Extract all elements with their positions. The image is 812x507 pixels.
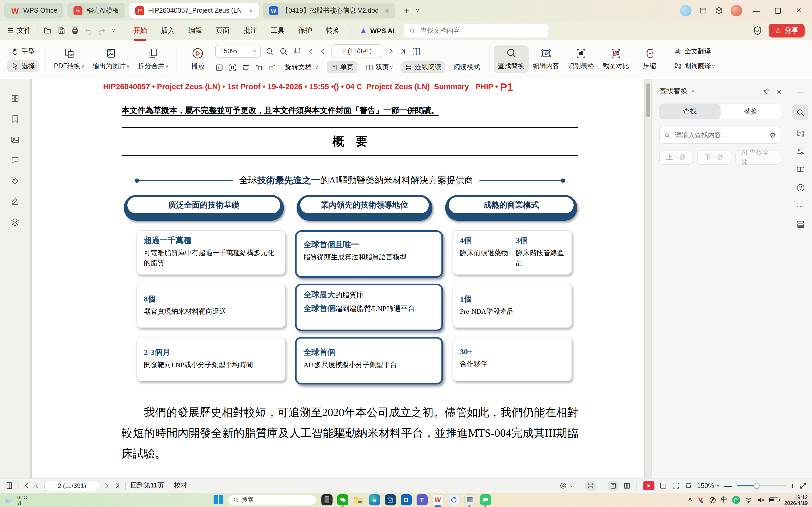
tray-expand-icon[interactable]: ^	[688, 497, 692, 503]
panel-title-chevron-icon[interactable]: ˅	[692, 89, 694, 94]
tag-panel-icon[interactable]	[10, 176, 19, 185]
double-page-button[interactable]: 双页˅	[362, 61, 397, 73]
double-page-toggle[interactable]	[623, 482, 630, 489]
fit-page-icon[interactable]	[229, 63, 237, 71]
read-mode-button[interactable]: 阅读模式	[450, 61, 484, 73]
menu-tab-home[interactable]: 开始	[126, 24, 154, 38]
teams-app-icon[interactable]: T	[416, 494, 427, 505]
quickbar-chevron-icon[interactable]: ˅	[112, 28, 115, 33]
play-button[interactable]: 播放	[182, 45, 214, 73]
wps-app-icon[interactable]: W	[432, 494, 443, 505]
presentation-play-button[interactable]	[643, 481, 654, 490]
fit-page-button[interactable]	[672, 482, 679, 490]
tab-find[interactable]: 查找	[659, 104, 720, 119]
view-target-button[interactable]: ˅	[560, 482, 573, 490]
taskbar-clock[interactable]: 19:12 2026/4/19	[784, 494, 808, 506]
volume-icon[interactable]	[757, 496, 764, 504]
print-icon[interactable]	[71, 26, 79, 35]
layers-panel-icon[interactable]	[10, 218, 19, 227]
back-to-page-button[interactable]: 回到第11页	[131, 481, 164, 490]
reader-panel-icon[interactable]	[796, 165, 805, 174]
user-avatar[interactable]	[730, 5, 742, 16]
prev-page-icon[interactable]	[34, 482, 41, 489]
compress-button[interactable]: 压缩	[633, 45, 666, 73]
menu-tab-edit[interactable]: 编辑	[182, 24, 209, 38]
full-translate-button[interactable]: A文 全文翻译	[670, 45, 719, 58]
help-icon[interactable]	[796, 183, 805, 192]
page-number-box[interactable]: 2 (11/391)	[332, 44, 383, 58]
close-window-button[interactable]: ×	[792, 5, 806, 16]
ime-indicator[interactable]: 中	[721, 495, 727, 504]
last-page-icon[interactable]	[114, 482, 120, 489]
zoom-in-icon[interactable]	[280, 47, 288, 56]
menu-tab-convert[interactable]: 转换	[319, 24, 347, 38]
share-button[interactable]: 分享	[769, 24, 805, 38]
tab-close-icon[interactable]: ×	[249, 7, 253, 14]
ai-find-all-button[interactable]: AI 查找全部	[735, 150, 781, 165]
hand-tool-button[interactable]: 手型	[7, 45, 39, 58]
file-explorer-icon[interactable]	[353, 494, 364, 505]
wifi-icon[interactable]	[745, 497, 752, 503]
rotate-pages-icon[interactable]	[293, 47, 303, 56]
zoom-select[interactable]: 150% ˅	[215, 45, 261, 58]
windows-start-button[interactable]	[214, 495, 223, 505]
messages-app-icon[interactable]	[480, 494, 491, 505]
document-search-box[interactable]	[404, 24, 548, 38]
wechat-app-icon[interactable]	[337, 494, 348, 505]
detect-table-button[interactable]: 识别表格	[564, 45, 598, 73]
redo-icon[interactable]	[98, 27, 106, 35]
zoom-out-icon[interactable]	[266, 47, 274, 56]
rotate-doc-button[interactable]: 旋转文档˅	[282, 61, 322, 73]
status-zoom-select[interactable]: 150% ˅	[697, 482, 719, 489]
single-page-button[interactable]: 单页	[326, 61, 357, 73]
rotate-left-icon[interactable]	[255, 63, 263, 71]
tab-replace[interactable]: 替换	[720, 104, 781, 119]
pdf-convert-button[interactable]: W PDF转换˅	[50, 45, 89, 73]
menu-tab-page[interactable]: 页面	[209, 24, 237, 38]
zoom-in-button[interactable]: +	[790, 482, 795, 490]
fullscreen-button[interactable]	[799, 482, 807, 489]
next-page-icon[interactable]	[103, 482, 110, 489]
find-input-box[interactable]: ⚙	[659, 127, 781, 144]
scrollbar-thumb[interactable]	[646, 83, 650, 117]
continuous-read-button[interactable]: 连续阅读	[401, 61, 445, 73]
menu-tab-protect[interactable]: 保护	[292, 24, 319, 38]
document-search-input[interactable]	[419, 26, 542, 35]
word-translate-button[interactable]: A中 划词翻译˅	[670, 60, 719, 72]
maximize-button[interactable]	[771, 8, 784, 13]
find-input[interactable]	[674, 131, 766, 139]
page-panel-icon[interactable]	[5, 482, 13, 490]
search-panel-button[interactable]	[793, 105, 808, 120]
actual-size-icon[interactable]: 1:1	[215, 63, 224, 71]
single-page-toggle[interactable]	[608, 481, 618, 490]
tray-wps-cloud-icon[interactable]: P	[732, 496, 740, 504]
panel-close-icon[interactable]: ×	[776, 87, 781, 96]
prev-page-icon[interactable]	[319, 48, 327, 55]
book-view-icon[interactable]	[412, 46, 421, 56]
save-icon[interactable]	[57, 26, 65, 35]
assistant-icon[interactable]	[680, 5, 692, 16]
ink-disabled-icon[interactable]	[709, 496, 716, 504]
bookmark-panel-icon[interactable]	[10, 115, 19, 124]
zoom-slider[interactable]	[737, 485, 785, 487]
zoom-slider-knob[interactable]	[753, 483, 759, 489]
translate-panel-icon[interactable]: A中	[796, 129, 805, 138]
more-options-icon[interactable]: ⋯	[797, 201, 804, 211]
remote-window-app-icon[interactable]	[464, 494, 475, 505]
document-canvas[interactable]: HIP26040057 • Project Zeus (LN) • 1st Pr…	[30, 79, 651, 478]
screenshot-compare-button[interactable]: 截图对比	[598, 45, 633, 73]
doc-protect-check-icon[interactable]	[753, 26, 762, 36]
thumbnail-panel-icon[interactable]	[10, 94, 19, 103]
pin-icon[interactable]	[763, 88, 770, 95]
document-scrollbar[interactable]	[645, 79, 651, 478]
tab-word-document[interactable]: W 【0419】招股书核心信息 V2.doc	[263, 3, 395, 18]
fit-width-button[interactable]	[684, 482, 692, 490]
continuous-view-toggle[interactable]	[585, 481, 596, 490]
search-settings-gear-icon[interactable]: ⚙	[769, 131, 776, 139]
weather-widget[interactable]: 16°C 阴	[4, 495, 27, 505]
tab-docer-templates[interactable]: ❧ 稻壳AI模板	[67, 3, 125, 18]
find-previous-button[interactable]: 上一处	[659, 150, 693, 165]
comment-panel-icon[interactable]	[10, 156, 19, 165]
undo-icon[interactable]	[85, 27, 93, 35]
tab-wps-home[interactable]: W WPS Office	[4, 3, 64, 18]
